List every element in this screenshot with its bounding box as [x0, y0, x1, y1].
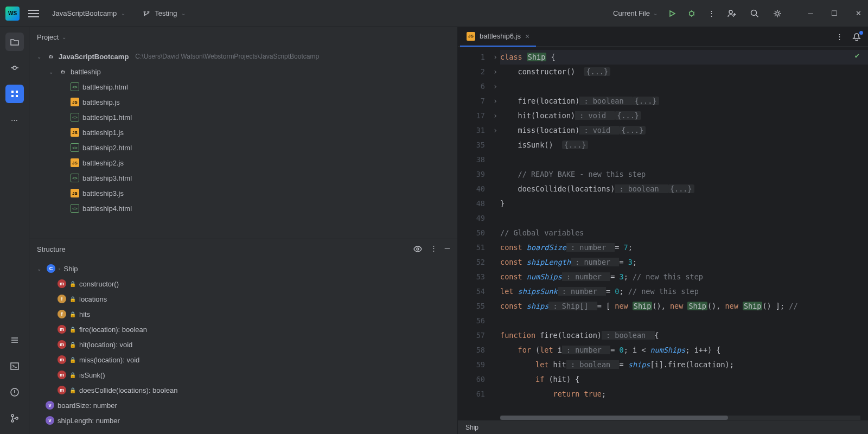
structure-member-row[interactable]: f🔒hits: [29, 307, 457, 322]
project-tree[interactable]: ⌄ 🗀 JavaScriptBootcamp C:\Users\David Wa…: [29, 47, 457, 239]
project-panel-header: Project ⌄: [29, 27, 457, 47]
project-root-row[interactable]: ⌄ 🗀 JavaScriptBootcamp C:\Users\David Wa…: [29, 49, 457, 64]
svg-rect-8: [16, 95, 18, 97]
method-icon: m: [58, 371, 66, 379]
structure-global-row[interactable]: vboardSize: number: [29, 398, 457, 413]
structure-member-row[interactable]: m🔒hit(location): void: [29, 337, 457, 352]
close-window-button[interactable]: ✕: [854, 9, 863, 18]
file-label: battleship1.html: [82, 113, 132, 122]
file-row[interactable]: JSbattleship3.js: [29, 186, 457, 201]
structure-member-row[interactable]: m🔒doesCollide(locations): boolean: [29, 382, 457, 398]
horizontal-scrollbar[interactable]: [500, 416, 860, 420]
inspection-ok-icon[interactable]: ✔: [855, 51, 859, 60]
project-menu[interactable]: JavaScriptBootcamp ⌄: [48, 7, 130, 20]
branch-name-label: Testing: [155, 9, 177, 17]
chevron-down-icon[interactable]: ⌄: [37, 266, 43, 272]
run-button[interactable]: [667, 9, 677, 18]
svg-rect-7: [11, 95, 14, 97]
project-tool-button[interactable]: [5, 33, 24, 51]
structure-tree[interactable]: ⌄ C ◦ Ship m🔒constructor()f🔒locationsf🔒h…: [29, 259, 457, 434]
member-label: locations: [79, 295, 107, 303]
project-name-label: JavaScriptBootcamp: [52, 9, 117, 17]
chevron-down-icon[interactable]: ⌄: [62, 34, 66, 40]
svg-rect-6: [16, 91, 18, 93]
more-icon[interactable]: ⋮: [430, 244, 437, 254]
svg-point-1: [729, 10, 732, 14]
notification-badge: [859, 31, 863, 35]
code-content[interactable]: class Ship { constructor() {...} fire(lo…: [500, 47, 868, 416]
method-icon: m: [58, 355, 66, 364]
chevron-down-icon[interactable]: ⌄: [49, 69, 55, 75]
structure-member-row[interactable]: m🔒fire(location): boolean: [29, 322, 457, 337]
minimize-button[interactable]: ─: [806, 9, 815, 18]
debug-button[interactable]: [687, 9, 697, 18]
file-label: battleship1.js: [82, 129, 124, 137]
todo-tool-button[interactable]: [5, 331, 24, 349]
file-row[interactable]: <>battleship1.html: [29, 110, 457, 125]
file-label: battleship3.html: [82, 174, 132, 182]
svg-point-3: [776, 12, 779, 15]
editor-tab[interactable]: JS battleship6.js ×: [460, 27, 536, 47]
file-row[interactable]: JSbattleship.js: [29, 94, 457, 110]
branch-menu[interactable]: Testing ⌄: [138, 7, 190, 20]
variable-icon: v: [46, 416, 54, 425]
status-bar: Ship: [458, 420, 868, 434]
code-editor[interactable]: 1267173135383940484950515253545556575859…: [458, 47, 868, 416]
more-tools-button[interactable]: ⋯: [5, 111, 24, 129]
run-config-selector[interactable]: Current File ⌄: [613, 9, 658, 17]
svg-point-2: [751, 10, 757, 15]
structure-class-row[interactable]: ⌄ C ◦ Ship: [29, 261, 457, 276]
problems-tool-button[interactable]: [5, 383, 24, 401]
member-label: doesCollide(locations): boolean: [79, 386, 177, 394]
structure-tool-button[interactable]: [5, 85, 24, 103]
file-row[interactable]: <>battleship2.html: [29, 140, 457, 155]
structure-panel-header: Structure ⋮ ─: [29, 239, 457, 259]
structure-member-row[interactable]: m🔒isSunk(): [29, 367, 457, 382]
more-run-icon[interactable]: ⋮: [706, 9, 716, 18]
maximize-button[interactable]: ☐: [830, 9, 839, 18]
notifications-icon[interactable]: [852, 32, 861, 42]
file-label: battleship2.html: [82, 144, 132, 152]
tool-rail: ⋯: [0, 27, 29, 434]
method-icon: m: [58, 279, 66, 288]
html-file-icon: <>: [71, 204, 79, 213]
structure-member-row[interactable]: f🔒locations: [29, 291, 457, 307]
member-label: miss(location): void: [79, 356, 139, 364]
folder-row[interactable]: ⌄ 🗀 battleship: [29, 64, 457, 79]
member-label: hits: [79, 310, 90, 318]
visibility-icon: 🔒: [69, 357, 76, 363]
fold-column[interactable]: ››››››: [490, 47, 500, 416]
svg-point-11: [11, 414, 14, 417]
minimize-panel-button[interactable]: ─: [445, 244, 450, 254]
structure-member-row[interactable]: m🔒constructor(): [29, 276, 457, 291]
breadcrumb[interactable]: Ship: [465, 424, 478, 431]
terminal-tool-button[interactable]: [5, 357, 24, 375]
html-file-icon: <>: [71, 143, 79, 152]
file-row[interactable]: JSbattleship2.js: [29, 155, 457, 170]
svg-point-12: [11, 420, 14, 422]
structure-global-row[interactable]: vshipLength: number: [29, 413, 457, 428]
folder-label: battleship: [71, 68, 101, 76]
member-label: hit(location): void: [79, 341, 132, 349]
member-label: fire(location): boolean: [79, 326, 147, 334]
search-icon[interactable]: [750, 9, 760, 18]
file-row[interactable]: JSbattleship1.js: [29, 125, 457, 140]
project-root-path: C:\Users\David Watson\WebstormProjects\J…: [135, 53, 319, 60]
file-row[interactable]: <>battleship4.html: [29, 201, 457, 216]
code-with-me-icon[interactable]: [727, 9, 737, 18]
menu-icon[interactable]: [28, 10, 39, 17]
commit-tool-button[interactable]: [5, 59, 24, 77]
settings-icon[interactable]: [773, 9, 782, 18]
close-tab-button[interactable]: ×: [525, 32, 529, 41]
structure-member-row[interactable]: m🔒miss(location): void: [29, 352, 457, 367]
file-row[interactable]: <>battleship3.html: [29, 170, 457, 186]
file-label: battleship3.js: [82, 189, 124, 197]
vcs-tool-button[interactable]: [5, 409, 24, 427]
run-config-label: Current File: [613, 9, 650, 17]
eye-icon[interactable]: [413, 244, 423, 254]
chevron-down-icon[interactable]: ⌄: [37, 54, 43, 60]
svg-point-13: [16, 417, 18, 419]
file-row[interactable]: <>battleship.html: [29, 79, 457, 94]
tab-more-icon[interactable]: ⋮: [836, 33, 843, 41]
html-file-icon: <>: [71, 174, 79, 182]
